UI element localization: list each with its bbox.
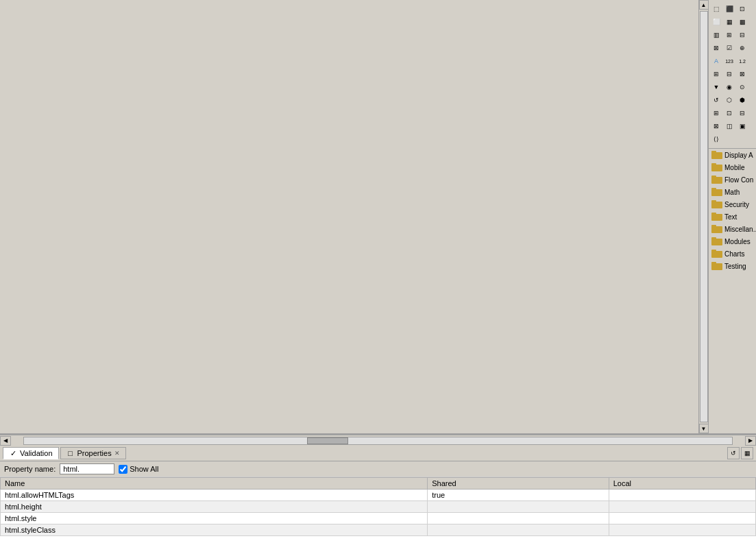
hscroll-track[interactable] (23, 437, 733, 445)
palette-icon-15[interactable]: 1.2 (736, 55, 748, 67)
palette-icon-24[interactable]: ⬢ (736, 94, 748, 106)
sidebar-folder-mobile[interactable]: Mobile (709, 161, 756, 173)
show-all-text: Show All (130, 465, 158, 473)
palette-icon-4[interactable]: ⬜ (710, 16, 722, 28)
palette-icon-5[interactable]: ▦ (723, 16, 735, 28)
sidebar-folder-display-a[interactable]: Display A (709, 149, 756, 161)
refresh-button[interactable]: ↺ (727, 447, 740, 459)
sidebar-folder-label-modules: Modules (724, 238, 751, 245)
bottom-panel: ◀ ▶ ✓ Validation □ Properties ✕ ↺ ▦ Prop… (0, 433, 756, 543)
canvas-horizontal-scrollbar[interactable]: ◀ ▶ (0, 435, 756, 446)
palette-icon-6[interactable]: ▩ (736, 16, 748, 28)
palette-icon-9[interactable]: ⊟ (736, 29, 748, 41)
palette-icon-8[interactable]: ⊞ (723, 29, 735, 41)
table-row[interactable]: html.styleClass (1, 524, 756, 536)
palette-icon-3[interactable]: ⊡ (736, 3, 748, 15)
sidebar-folder-text[interactable]: Text (709, 210, 756, 223)
palette-icon-21[interactable]: ⊙ (736, 81, 748, 93)
table-row[interactable]: html.style (1, 513, 756, 524)
folder-icon-mobile (711, 163, 722, 171)
palette-icon-14[interactable]: 123 (723, 55, 735, 67)
sidebar-folder-label-testing: Testing (724, 263, 746, 270)
col-header-name: Name (1, 478, 428, 490)
hscroll-thumb[interactable] (307, 437, 348, 444)
palette-icon-26[interactable]: ⊡ (723, 107, 735, 119)
property-name-input[interactable] (60, 463, 114, 474)
folder-icon-testing (711, 262, 722, 270)
sidebar-folder-charts[interactable]: Charts (709, 248, 756, 260)
table-row[interactable]: html.height (1, 501, 756, 513)
palette-icon-22[interactable]: ↺ (710, 94, 722, 106)
svg-rect-14 (711, 225, 716, 227)
palette-icon-29[interactable]: ◫ (723, 120, 735, 132)
folder-icon-display-a (711, 151, 722, 159)
palette-icon-30[interactable]: ▣ (736, 120, 748, 132)
sidebar-folder-label-charts: Charts (724, 250, 744, 258)
svg-rect-8 (711, 188, 716, 190)
palette-icon-1[interactable]: ⬚ (710, 3, 722, 15)
vscroll-down-button[interactable]: ▼ (699, 424, 709, 433)
palette-icon-25[interactable]: ⊞ (710, 107, 722, 119)
svg-rect-11 (711, 214, 722, 221)
palette-icon-2[interactable]: ⬛ (723, 3, 735, 15)
col-header-shared: Shared (428, 478, 609, 490)
svg-rect-5 (711, 177, 722, 184)
palette-icon-7[interactable]: ▥ (710, 29, 722, 41)
folder-icon-security (711, 200, 722, 208)
cell-local-0 (609, 490, 755, 501)
hscroll-right-button[interactable]: ▶ (745, 436, 756, 446)
right-sidebar: ⬚ ⬛ ⊡ ⬜ ▦ ▩ ▥ ⊞ ⊟ ⊠ ☑ ⊕ A 123 1.2 ⊞ ⊟ ⊠ … (708, 0, 756, 433)
sidebar-folder-math[interactable]: Math (709, 186, 756, 198)
svg-rect-10 (711, 200, 716, 202)
table-row[interactable]: html.allowHTMLTags true (1, 490, 756, 501)
palette-icon-20[interactable]: ◉ (723, 81, 735, 93)
show-all-checkbox[interactable] (119, 465, 127, 474)
palette-icon-19[interactable]: ▼ (710, 81, 722, 93)
svg-rect-15 (711, 239, 722, 245)
canvas-main: ⊞ Text Display − ⬦ <Value> [Text] ▶ (0, 0, 698, 433)
palette-icon-18[interactable]: ⊠ (736, 68, 748, 80)
sidebar-folder-miscellan[interactable]: Miscellan... (709, 223, 756, 235)
palette-icon-28[interactable]: ⊠ (710, 120, 722, 132)
palette-icon-11[interactable]: ☑ (723, 42, 735, 54)
tab-properties[interactable]: □ Properties ✕ (60, 447, 126, 459)
tab-validation[interactable]: ✓ Validation (3, 447, 59, 459)
svg-rect-12 (711, 213, 716, 215)
svg-rect-6 (711, 176, 716, 178)
palette-icon-13[interactable]: A (710, 55, 722, 67)
sidebar-folder-flow-con[interactable]: Flow Con (709, 173, 756, 186)
palette-icon-16[interactable]: ⊞ (710, 68, 722, 80)
sidebar-toggle-button[interactable]: ▦ (741, 447, 753, 459)
sidebar-folder-security[interactable]: Security (709, 198, 756, 210)
property-table-container[interactable]: Name Shared Local html.allowHTMLTags tru… (0, 477, 756, 543)
svg-rect-20 (711, 262, 716, 264)
palette-icon-10[interactable]: ⊠ (710, 42, 722, 54)
sidebar-folder-label-security: Security (724, 201, 749, 208)
folder-icon-text (711, 213, 722, 221)
properties-icon: □ (66, 449, 75, 457)
palette-icon-17[interactable]: ⊟ (723, 68, 735, 80)
sidebar-folder-testing[interactable]: Testing (709, 260, 756, 272)
validation-icon: ✓ (9, 449, 17, 457)
palette-icon-27[interactable]: ⊟ (736, 107, 748, 119)
palette-icon-23[interactable]: ⬡ (723, 94, 735, 106)
palette-icon-12[interactable]: ⊕ (736, 42, 748, 54)
svg-rect-17 (711, 251, 722, 258)
folder-icon-miscellan (711, 225, 722, 233)
canvas-vertical-scrollbar[interactable]: ▲ ▼ (698, 0, 708, 433)
vscroll-track[interactable] (700, 11, 708, 422)
sidebar-folder-label-flow-con: Flow Con (724, 176, 753, 184)
sidebar-folder-modules[interactable]: Modules (709, 235, 756, 248)
tab-properties-close[interactable]: ✕ (114, 450, 120, 457)
svg-rect-4 (711, 163, 716, 165)
cell-shared-1 (428, 501, 609, 513)
cell-local-1 (609, 501, 755, 513)
tabs-right-icons: ↺ ▦ (727, 447, 753, 459)
show-all-label[interactable]: Show All (119, 465, 158, 474)
folder-icon-flow-con (711, 176, 722, 184)
sidebar-folder-label-display-a: Display A (724, 152, 753, 159)
hscroll-left-button[interactable]: ◀ (0, 436, 11, 446)
palette-icon-31[interactable]: ⟨⟩ (710, 133, 722, 145)
tab-properties-label: Properties (77, 449, 112, 457)
vscroll-up-button[interactable]: ▲ (699, 0, 709, 10)
